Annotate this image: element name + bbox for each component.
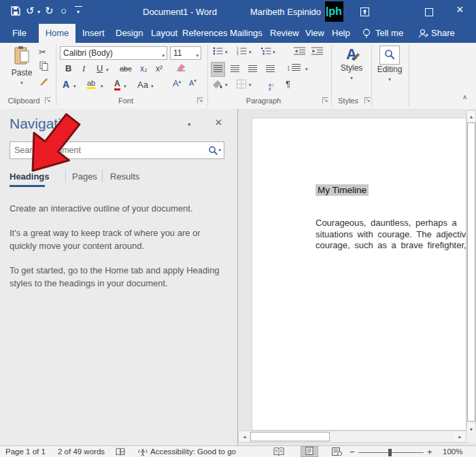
- underline-button[interactable]: U: [97, 63, 103, 73]
- vertical-scrollbar[interactable]: ▲ ▼: [466, 110, 476, 435]
- bold-button[interactable]: B: [65, 63, 71, 73]
- paragraph-dialog-launcher-icon[interactable]: ↘: [322, 97, 328, 103]
- format-painter-icon[interactable]: [39, 77, 48, 88]
- horizontal-scroll-thumb[interactable]: [250, 432, 330, 441]
- clipboard-dialog-launcher-icon[interactable]: ↘: [45, 97, 51, 103]
- share-person-icon[interactable]: [418, 29, 428, 41]
- save-icon[interactable]: [11, 6, 20, 18]
- show-hide-pilcrow-button[interactable]: ¶: [286, 79, 290, 89]
- cut-icon[interactable]: ✂: [39, 47, 46, 57]
- tell-me-label[interactable]: Tell me: [375, 24, 403, 43]
- text-effects-chevron-icon[interactable]: ▾: [73, 84, 76, 89]
- shrink-font-button[interactable]: A▾: [189, 78, 197, 87]
- search-icon[interactable]: ▾: [208, 146, 224, 156]
- proofing-icon[interactable]: [116, 447, 125, 457]
- lightbulb-icon[interactable]: [362, 29, 371, 41]
- accessibility-status[interactable]: Accessibility: Good to go: [150, 447, 236, 456]
- ribbon-display-options-icon[interactable]: [360, 7, 369, 19]
- font-size-select[interactable]: 11▾: [170, 46, 201, 60]
- user-name[interactable]: Maribeth Espinido: [250, 7, 321, 17]
- customize-qat-chevron-icon[interactable]: ▾: [77, 9, 80, 15]
- scroll-right-icon[interactable]: ►: [455, 432, 465, 441]
- nav-tab-results[interactable]: Results: [110, 171, 139, 182]
- align-right-button[interactable]: [248, 65, 257, 74]
- highlight-chevron-icon[interactable]: ▾: [101, 84, 103, 89]
- tab-references[interactable]: References: [182, 24, 227, 43]
- document-heading-selected[interactable]: My Timeline: [316, 184, 369, 196]
- borders-chevron-icon[interactable]: ▾: [249, 82, 252, 88]
- zoom-percentage[interactable]: 100%: [443, 447, 462, 456]
- customize-qat-icon[interactable]: [75, 6, 82, 7]
- multilevel-list-icon[interactable]: [261, 47, 271, 57]
- tab-review[interactable]: Review: [270, 24, 299, 43]
- numbered-list-chevron-icon[interactable]: ▾: [249, 50, 252, 55]
- shading-icon[interactable]: [211, 79, 223, 90]
- web-layout-icon[interactable]: [332, 447, 342, 457]
- sort-button[interactable]: AZ↓: [269, 79, 275, 91]
- change-case-button[interactable]: Aa: [137, 80, 148, 90]
- clear-formatting-icon[interactable]: [175, 62, 186, 74]
- tab-insert[interactable]: Insert: [82, 24, 105, 43]
- undo-chevron-icon[interactable]: ▾: [37, 9, 40, 15]
- change-case-chevron-icon[interactable]: ▾: [151, 84, 154, 89]
- bullet-list-chevron-icon[interactable]: ▾: [225, 50, 228, 55]
- editing-button[interactable]: Editing ▾: [374, 46, 405, 84]
- circle-icon[interactable]: ○: [61, 5, 67, 16]
- tab-help[interactable]: Help: [332, 24, 350, 43]
- shading-chevron-icon[interactable]: ▾: [225, 82, 228, 88]
- line-spacing-chevron-icon[interactable]: ▾: [305, 67, 308, 72]
- accessibility-icon[interactable]: [138, 447, 148, 457]
- scroll-up-icon[interactable]: ▲: [467, 111, 475, 122]
- tab-home[interactable]: Home: [39, 24, 75, 43]
- maximize-button[interactable]: [425, 7, 433, 18]
- align-left-button[interactable]: [211, 63, 224, 76]
- collapse-ribbon-icon[interactable]: ∧: [462, 93, 467, 101]
- borders-icon[interactable]: [237, 80, 246, 90]
- word-count[interactable]: 2 of 49 words: [58, 447, 105, 456]
- line-spacing-icon[interactable]: ↕: [286, 63, 301, 73]
- tab-layout[interactable]: Layout: [151, 24, 177, 43]
- subscript-button[interactable]: x₂: [140, 64, 148, 73]
- document-paragraph[interactable]: Courageous, dauntless, perhaps a situati…: [316, 218, 466, 252]
- font-name-select[interactable]: Calibri (Body)▾: [60, 46, 167, 60]
- italic-button[interactable]: I: [82, 63, 85, 74]
- font-dialog-launcher-icon[interactable]: ↘: [197, 97, 203, 103]
- align-center-button[interactable]: [231, 65, 239, 74]
- tab-design[interactable]: Design: [116, 24, 143, 43]
- styles-button[interactable]: A Styles ▾: [337, 46, 367, 82]
- zoom-out-button[interactable]: −: [350, 447, 355, 457]
- page-indicator[interactable]: Page 1 of 1: [5, 447, 46, 456]
- tab-file[interactable]: File: [12, 24, 27, 43]
- zoom-slider-thumb[interactable]: [388, 449, 392, 456]
- text-effects-button[interactable]: A: [63, 79, 69, 90]
- numbered-list-icon[interactable]: 123: [237, 47, 247, 57]
- vertical-scroll-thumb[interactable]: [467, 122, 475, 422]
- share-label[interactable]: Share: [431, 24, 455, 43]
- grow-font-button[interactable]: A▴: [173, 78, 181, 88]
- undo-icon[interactable]: ↺: [26, 5, 35, 16]
- pane-close-icon[interactable]: ×: [215, 116, 222, 130]
- styles-dialog-launcher-icon[interactable]: ↘: [364, 97, 371, 103]
- justify-button[interactable]: [266, 65, 275, 74]
- scroll-left-icon[interactable]: ◄: [239, 432, 250, 441]
- superscript-button[interactable]: x²: [156, 64, 163, 73]
- font-color-chevron-icon[interactable]: ▾: [124, 84, 126, 89]
- strikethrough-button[interactable]: abc: [120, 65, 132, 73]
- copy-icon[interactable]: [39, 61, 48, 73]
- font-color-button[interactable]: A: [114, 79, 120, 90]
- highlight-color-button[interactable]: ab: [87, 79, 95, 89]
- increase-indent-icon[interactable]: [311, 47, 323, 57]
- tab-view[interactable]: View: [305, 24, 324, 43]
- redo-icon[interactable]: ↻: [45, 5, 54, 16]
- close-button[interactable]: ×: [456, 5, 464, 15]
- bullet-list-icon[interactable]: [213, 47, 223, 57]
- paste-button[interactable]: Paste ▾: [8, 46, 35, 87]
- pane-options-chevron-icon[interactable]: ▾: [188, 121, 191, 128]
- document-page[interactable]: My Timeline Courageous, dauntless, perha…: [252, 118, 466, 430]
- tab-mailings[interactable]: Mailings: [230, 24, 262, 43]
- multilevel-list-chevron-icon[interactable]: ▾: [273, 50, 275, 55]
- read-mode-icon[interactable]: [273, 447, 284, 457]
- underline-chevron-icon[interactable]: ▾: [106, 67, 109, 73]
- zoom-in-button[interactable]: +: [427, 447, 432, 457]
- horizontal-scrollbar[interactable]: ◄ ►: [238, 430, 466, 443]
